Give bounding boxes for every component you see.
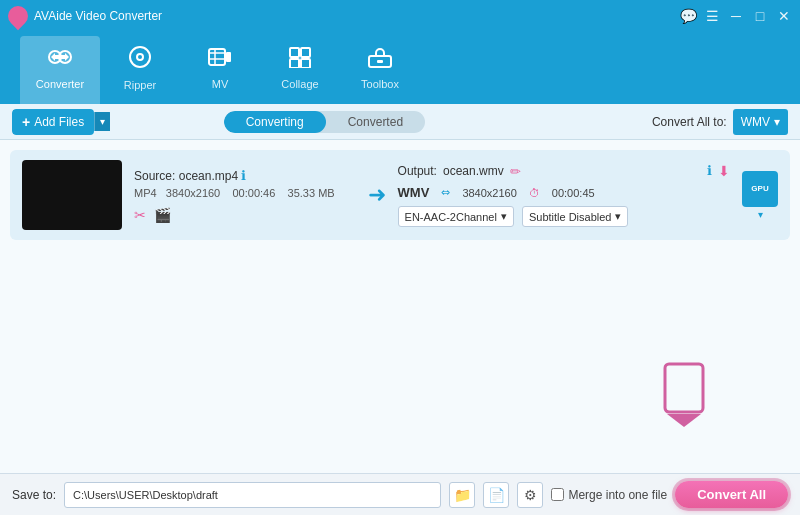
output-section: Output: ocean.wmv ✏ ℹ ⬇ WMV ⇔ 3840x2160 … — [398, 163, 730, 227]
nav-label-ripper: Ripper — [124, 79, 156, 91]
output-detail: WMV ⇔ 3840x2160 ⏱ 00:00:45 — [398, 185, 730, 200]
nav-item-toolbox[interactable]: Toolbox — [340, 36, 420, 104]
nav-label-toolbox: Toolbox — [361, 78, 399, 90]
file-resolution: 3840x2160 — [166, 187, 220, 199]
tab-converted[interactable]: Converted — [326, 111, 425, 133]
plus-icon: + — [22, 114, 30, 130]
title-bar: AVAide Video Converter 💬 ☰ ─ □ ✕ — [0, 0, 800, 32]
add-files-dropdown-arrow[interactable]: ▾ — [94, 112, 110, 131]
tab-converting[interactable]: Converting — [224, 111, 326, 133]
merge-checkbox-group: Merge into one file — [551, 488, 667, 502]
app-title: AVAide Video Converter — [34, 9, 680, 23]
close-button[interactable]: ✕ — [776, 8, 792, 24]
add-files-label: Add Files — [34, 115, 84, 129]
cut-icon[interactable]: ✂ — [134, 207, 146, 223]
svg-rect-6 — [290, 48, 299, 57]
nav-item-ripper[interactable]: Ripper — [100, 36, 180, 104]
svg-rect-8 — [290, 59, 299, 68]
output-header: Output: ocean.wmv ✏ ℹ ⬇ — [398, 163, 730, 179]
merge-label: Merge into one file — [568, 488, 667, 502]
output-selects: EN-AAC-2Channel ▾ Subtitle Disabled ▾ — [398, 206, 730, 227]
mv-icon — [207, 46, 233, 74]
file-info: Source: ocean.mp4 ℹ MP4 3840x2160 00:00:… — [134, 168, 356, 223]
format-dropdown-arrow: ▾ — [774, 115, 780, 129]
window-controls: 💬 ☰ ─ □ ✕ — [680, 8, 792, 24]
quality-label: GPU — [751, 185, 768, 193]
output-duration: 00:00:45 — [552, 187, 595, 199]
save-to-label: Save to: — [12, 488, 56, 502]
convert-all-to-label: Convert All to: — [652, 115, 727, 129]
output-info-icon[interactable]: ℹ — [707, 163, 712, 179]
toolbar: + Add Files ▾ Converting Converted Conve… — [0, 104, 800, 140]
file-manager-icon[interactable]: 📄 — [483, 482, 509, 508]
bottom-bar: Save to: 📁 📄 ⚙ Merge into one file Conve… — [0, 473, 800, 515]
audio-select[interactable]: EN-AAC-2Channel ▾ — [398, 206, 514, 227]
edit-icon[interactable]: 🎬 — [154, 207, 171, 223]
file-source: Source: ocean.mp4 ℹ — [134, 168, 356, 183]
nav-item-collage[interactable]: Collage — [260, 36, 340, 104]
source-label: Source: — [134, 169, 175, 183]
output-download-icon[interactable]: ⬇ — [718, 163, 730, 179]
folder-icon[interactable]: 📁 — [449, 482, 475, 508]
chat-icon[interactable]: 💬 — [680, 8, 696, 24]
file-item: Source: ocean.mp4 ℹ MP4 3840x2160 00:00:… — [10, 150, 790, 240]
app-logo — [4, 2, 32, 30]
quality-group: GPU ▾ — [742, 171, 778, 220]
tab-group: Converting Converted — [224, 111, 425, 133]
collage-icon — [288, 46, 312, 74]
clock-icon: ⏱ — [529, 187, 540, 199]
svg-rect-9 — [301, 59, 310, 68]
convert-all-to-group: Convert All to: WMV ▾ — [652, 109, 788, 135]
subtitle-select-value: Subtitle Disabled — [529, 211, 612, 223]
file-thumbnail — [22, 160, 122, 230]
main-content: Source: ocean.mp4 ℹ MP4 3840x2160 00:00:… — [0, 140, 800, 473]
add-files-group: + Add Files ▾ — [12, 109, 110, 135]
output-label: Output: — [398, 164, 437, 178]
nav-item-mv[interactable]: MV — [180, 36, 260, 104]
svg-rect-5 — [226, 52, 231, 62]
minimize-button[interactable]: ─ — [728, 8, 744, 24]
audio-select-arrow: ▾ — [501, 210, 507, 223]
convert-arrow-icon: ➜ — [368, 182, 386, 208]
source-info-icon[interactable]: ℹ — [241, 168, 246, 183]
nav-label-converter: Converter — [36, 78, 84, 90]
nav-item-converter[interactable]: Converter — [20, 36, 100, 104]
svg-point-3 — [137, 54, 143, 60]
format-value: WMV — [741, 115, 770, 129]
file-actions: ✂ 🎬 — [134, 207, 356, 223]
file-duration: 00:00:46 — [232, 187, 275, 199]
source-filename: ocean.mp4 — [179, 169, 238, 183]
svg-rect-7 — [301, 48, 310, 57]
subtitle-select-arrow: ▾ — [615, 210, 621, 223]
output-filename: ocean.wmv — [443, 164, 504, 178]
svg-rect-4 — [209, 49, 225, 65]
file-format: MP4 — [134, 187, 157, 199]
convert-all-button[interactable]: Convert All — [675, 481, 788, 508]
top-nav: Converter Ripper MV — [0, 32, 800, 104]
settings-icon[interactable]: ⚙ — [517, 482, 543, 508]
edit-output-icon[interactable]: ✏ — [510, 164, 521, 179]
add-files-button[interactable]: + Add Files — [12, 109, 94, 135]
toolbox-icon — [367, 46, 393, 74]
nav-label-collage: Collage — [281, 78, 318, 90]
file-size: 35.33 MB — [288, 187, 335, 199]
menu-icon[interactable]: ☰ — [704, 8, 720, 24]
merge-checkbox[interactable] — [551, 488, 564, 501]
ripper-icon — [128, 45, 152, 75]
quality-dropdown-arrow[interactable]: ▾ — [758, 209, 763, 220]
audio-select-value: EN-AAC-2Channel — [405, 211, 497, 223]
converter-icon — [47, 46, 73, 74]
format-select[interactable]: WMV ▾ — [733, 109, 788, 135]
output-format: WMV — [398, 185, 430, 200]
file-meta: MP4 3840x2160 00:00:46 35.33 MB — [134, 187, 356, 199]
svg-rect-11 — [377, 60, 383, 63]
nav-label-mv: MV — [212, 78, 229, 90]
maximize-button[interactable]: □ — [752, 8, 768, 24]
quality-button[interactable]: GPU — [742, 171, 778, 207]
subtitle-select[interactable]: Subtitle Disabled ▾ — [522, 206, 629, 227]
resize-icon: ⇔ — [441, 186, 450, 199]
svg-point-2 — [130, 47, 150, 67]
save-path-input[interactable] — [64, 482, 441, 508]
output-resolution: 3840x2160 — [462, 187, 516, 199]
